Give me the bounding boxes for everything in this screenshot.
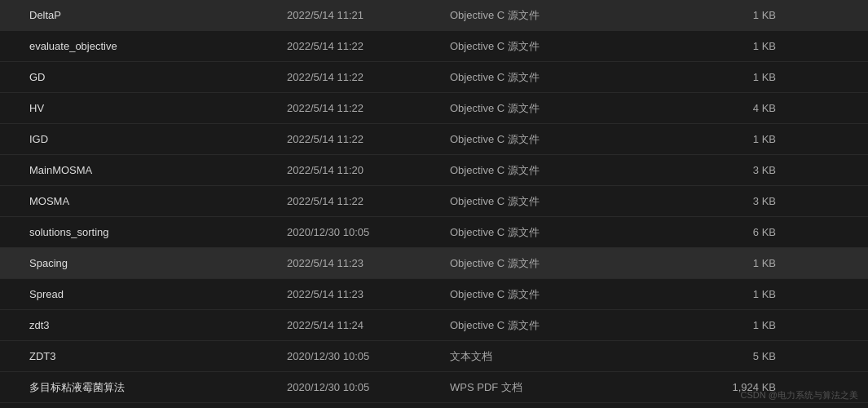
file-date: 2022/5/14 11:23 xyxy=(287,257,450,269)
file-name: HV xyxy=(29,102,44,114)
list-item[interactable]: 多目标粘液霉菌算法 2020/12/30 10:05 WPS PDF 文档 1,… xyxy=(0,372,868,403)
file-name-col: ZDT3 xyxy=(10,348,287,365)
file-size: 3 KB xyxy=(694,164,776,176)
file-type: Objective C 源文件 xyxy=(450,101,694,116)
file-type: Objective C 源文件 xyxy=(450,132,694,147)
list-item[interactable]: solutions_sorting 2020/12/30 10:05 Objec… xyxy=(0,217,868,248)
file-date: 2022/5/14 11:22 xyxy=(287,71,450,83)
file-date: 2022/5/14 11:22 xyxy=(287,40,450,52)
file-date: 2022/5/14 11:22 xyxy=(287,102,450,114)
file-size: 3 KB xyxy=(694,195,776,207)
file-name: evaluate_objective xyxy=(29,40,117,52)
list-item[interactable]: DeltaP 2022/5/14 11:21 Objective C 源文件 1… xyxy=(0,0,868,31)
file-date: 2020/12/30 10:05 xyxy=(287,381,450,393)
list-item[interactable]: ZDT3 2020/12/30 10:05 文本文档 5 KB xyxy=(0,341,868,372)
file-date: 2022/5/14 11:22 xyxy=(287,195,450,207)
file-date: 2020/12/30 10:05 xyxy=(287,350,450,362)
file-name: solutions_sorting xyxy=(29,226,109,238)
file-type: Objective C 源文件 xyxy=(450,287,694,302)
file-name-col: IGD xyxy=(10,131,287,148)
file-type: Objective C 源文件 xyxy=(450,163,694,178)
file-icon xyxy=(10,7,23,24)
file-name-col: zdt3 xyxy=(10,317,287,334)
file-name-col: MOSMA xyxy=(10,193,287,210)
list-item[interactable]: zdt3 2022/5/14 11:24 Objective C 源文件 1 K… xyxy=(0,310,868,341)
txt-icon xyxy=(10,348,23,365)
list-item[interactable]: MainMOSMA 2022/5/14 11:20 Objective C 源文… xyxy=(0,155,868,186)
file-date: 2022/5/14 11:20 xyxy=(287,164,450,176)
file-size: 4 KB xyxy=(694,102,776,114)
file-type: Objective C 源文件 xyxy=(450,39,694,54)
file-size: 5 KB xyxy=(694,350,776,362)
file-icon xyxy=(10,131,23,148)
list-item[interactable]: HV 2022/5/14 11:22 Objective C 源文件 4 KB xyxy=(0,93,868,124)
file-icon xyxy=(10,317,23,334)
file-type: Objective C 源文件 xyxy=(450,8,694,23)
file-type: Objective C 源文件 xyxy=(450,318,694,333)
file-name: DeltaP xyxy=(29,9,61,21)
list-item[interactable]: MOSMA 2022/5/14 11:22 Objective C 源文件 3 … xyxy=(0,186,868,217)
file-name: 多目标粘液霉菌算法 xyxy=(29,380,125,395)
list-item[interactable]: Spacing 2022/5/14 11:23 Objective C 源文件 … xyxy=(0,248,868,279)
file-name-col: DeltaP xyxy=(10,7,287,24)
file-icon xyxy=(10,69,23,86)
file-size: 1 KB xyxy=(694,319,776,331)
file-size: 1 KB xyxy=(694,133,776,145)
file-type: Objective C 源文件 xyxy=(450,194,694,209)
file-name: Spacing xyxy=(29,257,68,269)
file-type: Objective C 源文件 xyxy=(450,225,694,240)
file-date: 2020/12/30 10:05 xyxy=(287,226,450,238)
file-name-col: 多目标粘液霉菌算法 xyxy=(10,379,287,396)
file-icon xyxy=(10,100,23,117)
file-icon xyxy=(10,162,23,179)
file-size: 1 KB xyxy=(694,71,776,83)
file-name-col: solutions_sorting xyxy=(10,224,287,241)
file-size: 1 KB xyxy=(694,40,776,52)
file-date: 2022/5/14 11:22 xyxy=(287,133,450,145)
file-icon xyxy=(10,224,23,241)
file-date: 2022/5/14 11:21 xyxy=(287,9,450,21)
file-size: 1 KB xyxy=(694,288,776,300)
file-type: Objective C 源文件 xyxy=(450,70,694,85)
file-name: zdt3 xyxy=(29,319,50,331)
watermark: CSDN @电力系统与算法之美 xyxy=(741,389,858,401)
file-name-col: Spacing xyxy=(10,255,287,272)
list-item[interactable]: GD 2022/5/14 11:22 Objective C 源文件 1 KB xyxy=(0,62,868,93)
file-name: GD xyxy=(29,71,46,83)
file-icon xyxy=(10,255,23,272)
file-size: 1 KB xyxy=(694,9,776,21)
file-name-col: Spread xyxy=(10,286,287,303)
file-size: 1 KB xyxy=(694,257,776,269)
file-name: MOSMA xyxy=(29,195,69,207)
list-item[interactable]: IGD 2022/5/14 11:22 Objective C 源文件 1 KB xyxy=(0,124,868,155)
list-item[interactable]: evaluate_objective 2022/5/14 11:22 Objec… xyxy=(0,31,868,62)
file-name: Spread xyxy=(29,288,64,300)
file-name-col: GD xyxy=(10,69,287,86)
file-type: Objective C 源文件 xyxy=(450,256,694,271)
file-name: IGD xyxy=(29,133,48,145)
file-date: 2022/5/14 11:23 xyxy=(287,288,450,300)
file-name-col: evaluate_objective xyxy=(10,38,287,55)
file-name-col: HV xyxy=(10,100,287,117)
file-icon xyxy=(10,286,23,303)
file-icon xyxy=(10,193,23,210)
file-name: MainMOSMA xyxy=(29,164,92,176)
file-list: DeltaP 2022/5/14 11:21 Objective C 源文件 1… xyxy=(0,0,868,408)
file-size: 6 KB xyxy=(694,226,776,238)
file-name-col: MainMOSMA xyxy=(10,162,287,179)
file-date: 2022/5/14 11:24 xyxy=(287,319,450,331)
file-type: 文本文档 xyxy=(450,349,694,364)
file-type: WPS PDF 文档 xyxy=(450,380,694,395)
file-icon xyxy=(10,38,23,55)
pdf-icon xyxy=(10,379,23,396)
list-item[interactable]: Spread 2022/5/14 11:23 Objective C 源文件 1… xyxy=(0,279,868,310)
file-name: ZDT3 xyxy=(29,350,56,362)
